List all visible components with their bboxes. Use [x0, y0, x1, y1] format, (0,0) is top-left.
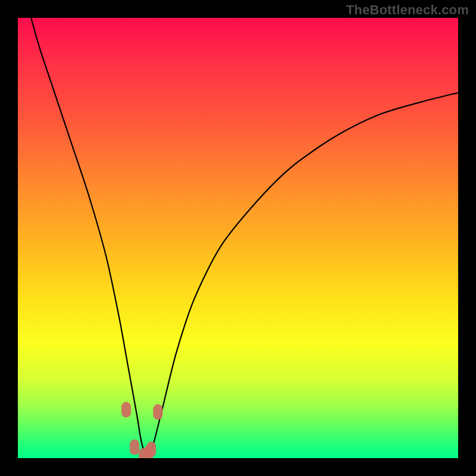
curve-layer — [18, 18, 458, 458]
curve-marker — [121, 402, 131, 418]
bottleneck-curve — [31, 18, 458, 455]
curve-marker — [139, 448, 148, 458]
curve-marker — [130, 440, 139, 455]
chart-frame: TheBottleneck.com — [0, 0, 476, 476]
curve-marker — [146, 441, 156, 457]
curve-marker — [153, 404, 162, 419]
curve-marker — [143, 446, 153, 458]
watermark-text: TheBottleneck.com — [346, 2, 469, 18]
plot-area — [18, 18, 458, 458]
